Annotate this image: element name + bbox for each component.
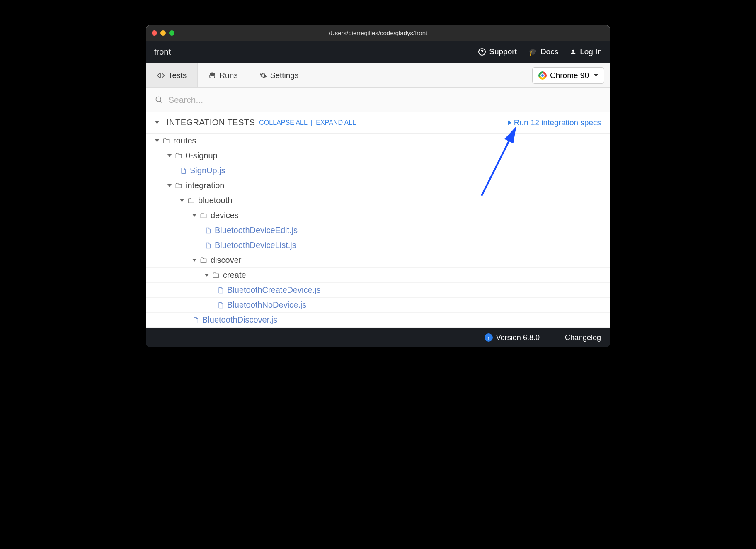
search-icon (155, 96, 163, 104)
browser-select[interactable]: Chrome 90 (532, 67, 604, 84)
file-icon (180, 168, 187, 174)
chevron-down-icon (155, 139, 159, 142)
tab-settings[interactable]: Settings (249, 63, 310, 87)
window-title: /Users/pierregilles/code/gladys/front (146, 29, 610, 36)
app-window: /Users/pierregilles/code/gladys/front fr… (146, 25, 610, 347)
file-label: SignUp.js (190, 166, 225, 175)
file-bt-create[interactable]: BluetoothCreateDevice.js (146, 283, 610, 298)
section-title: INTEGRATION TESTS (167, 118, 255, 127)
file-tree: routes 0-signup SignUp.js integration bl… (146, 134, 610, 328)
chevron-down-icon (594, 74, 598, 77)
tab-runs-label: Runs (219, 71, 237, 80)
section-collapse-icon[interactable] (155, 121, 159, 124)
folder-icon (212, 272, 220, 279)
browser-label: Chrome 90 (550, 71, 589, 80)
project-name: front (154, 47, 478, 57)
file-icon (192, 317, 199, 323)
code-icon (157, 71, 165, 80)
folder-signup[interactable]: 0-signup (146, 148, 610, 163)
chevron-down-icon (205, 274, 209, 277)
folder-icon (175, 152, 182, 160)
folder-label: routes (173, 136, 196, 146)
login-label: Log In (580, 47, 602, 56)
chevron-down-icon (167, 184, 172, 187)
login-link[interactable]: Log In (570, 47, 602, 56)
run-all-label: Run 12 integration specs (514, 118, 601, 127)
folder-icon (187, 197, 195, 204)
file-bt-discover[interactable]: BluetoothDiscover.js (146, 313, 610, 328)
divider (552, 332, 552, 343)
folder-discover[interactable]: discover (146, 253, 610, 268)
folder-label: create (223, 270, 246, 280)
folder-routes[interactable]: routes (146, 134, 610, 148)
chrome-icon (538, 71, 547, 80)
folder-icon (200, 257, 207, 264)
chevron-down-icon (167, 154, 172, 157)
folder-icon (200, 212, 207, 219)
chevron-down-icon (192, 214, 196, 217)
graduation-cap-icon (528, 47, 537, 56)
tab-settings-label: Settings (270, 71, 299, 80)
support-link[interactable]: ? Support (478, 47, 517, 56)
file-icon (217, 287, 224, 294)
play-icon (508, 120, 511, 125)
chevron-down-icon (192, 259, 196, 262)
svg-point-0 (572, 50, 574, 52)
top-nav: front ? Support Docs Log In (146, 41, 610, 63)
database-icon (208, 72, 216, 79)
gear-icon (259, 72, 267, 79)
search-input[interactable] (168, 95, 601, 105)
tab-tests[interactable]: Tests (146, 63, 198, 87)
tab-tests-label: Tests (168, 71, 187, 80)
maximize-window-button[interactable] (169, 30, 174, 36)
file-icon (217, 302, 224, 309)
svg-line-4 (160, 101, 162, 103)
status-bar: ↑ Version 6.8.0 Changelog (146, 328, 610, 347)
version-label: Version 6.8.0 (496, 333, 540, 342)
collapse-all-link[interactable]: COLLAPSE ALL (259, 119, 307, 126)
folder-create[interactable]: create (146, 268, 610, 283)
file-icon (205, 227, 211, 234)
file-signup[interactable]: SignUp.js (146, 163, 610, 178)
folder-icon (175, 182, 182, 189)
folder-label: bluetooth (198, 196, 232, 205)
folder-bluetooth[interactable]: bluetooth (146, 193, 610, 208)
docs-label: Docs (540, 47, 558, 56)
file-bt-list[interactable]: BluetoothDeviceList.js (146, 238, 610, 253)
folder-integration[interactable]: integration (146, 178, 610, 193)
titlebar: /Users/pierregilles/code/gladys/front (146, 25, 610, 41)
help-icon: ? (478, 48, 486, 56)
folder-label: discover (211, 255, 241, 265)
version-info[interactable]: ↑ Version 6.8.0 (485, 333, 540, 342)
file-label: BluetoothDeviceList.js (215, 240, 296, 250)
section-header: INTEGRATION TESTS COLLAPSE ALL | EXPAND … (146, 112, 610, 134)
folder-icon (162, 137, 170, 145)
close-window-button[interactable] (152, 30, 157, 36)
search-bar (146, 88, 610, 112)
folder-label: devices (211, 211, 239, 220)
support-label: Support (489, 47, 517, 56)
folder-label: integration (186, 181, 224, 190)
window-controls (152, 30, 174, 36)
file-label: BluetoothCreateDevice.js (227, 285, 321, 295)
tab-bar: Tests Runs Settings Chrome 90 (146, 63, 610, 88)
file-bt-nodev[interactable]: BluetoothNoDevice.js (146, 298, 610, 313)
folder-label: 0-signup (186, 151, 218, 160)
file-label: BluetoothDiscover.js (202, 315, 277, 325)
expand-all-link[interactable]: EXPAND ALL (316, 119, 356, 126)
file-label: BluetoothDeviceEdit.js (215, 226, 298, 235)
user-icon (570, 49, 577, 55)
file-icon (205, 242, 211, 249)
chevron-down-icon (180, 199, 184, 202)
folder-devices[interactable]: devices (146, 208, 610, 223)
file-label: BluetoothNoDevice.js (227, 300, 306, 310)
svg-point-3 (156, 97, 161, 102)
changelog-link[interactable]: Changelog (565, 333, 601, 342)
minimize-window-button[interactable] (160, 30, 166, 36)
run-all-button[interactable]: Run 12 integration specs (508, 118, 601, 127)
file-bt-edit[interactable]: BluetoothDeviceEdit.js (146, 223, 610, 238)
update-icon: ↑ (485, 333, 493, 342)
tab-runs[interactable]: Runs (198, 63, 248, 87)
docs-link[interactable]: Docs (528, 47, 558, 56)
